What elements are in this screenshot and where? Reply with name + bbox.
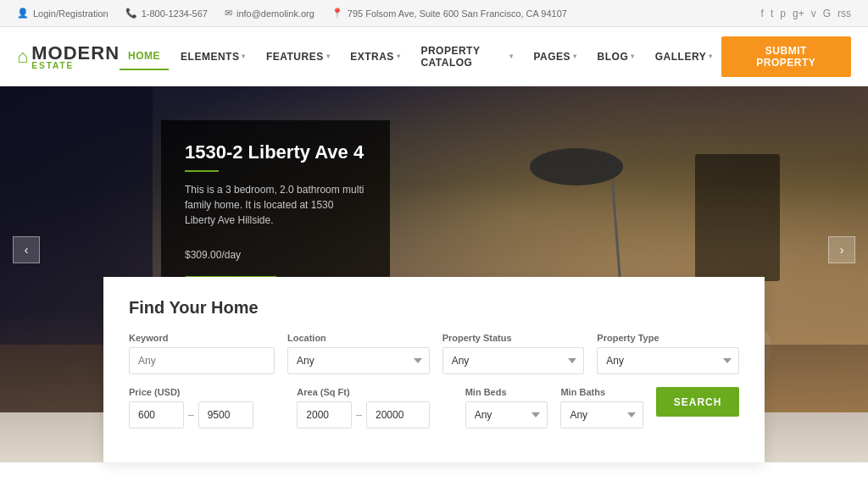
google-icon[interactable]: G	[823, 8, 831, 19]
location-field: Location Any New York Los Angeles San Fr…	[287, 333, 430, 374]
chevron-right-icon: ›	[840, 243, 844, 257]
price-field: Price (USD) –	[129, 387, 284, 428]
googleplus-icon[interactable]: g+	[793, 8, 804, 19]
baths-label: Min Baths	[560, 387, 643, 397]
chevron-down-icon: ▾	[631, 53, 635, 60]
price-unit: /day	[221, 249, 241, 261]
top-bar-left: 👤 Login/Registration 📞 1-800-1234-567 ✉ …	[17, 8, 567, 19]
location-select[interactable]: Any New York Los Angeles San Francisco C…	[287, 347, 430, 374]
area-dash: –	[356, 409, 362, 421]
beds-label: Min Beds	[465, 387, 548, 397]
chevron-down-icon: ▾	[709, 53, 713, 60]
status-field: Property Status Any For Sale For Rent	[442, 333, 585, 374]
price-dash: –	[188, 409, 194, 421]
email-item: ✉ info@demolink.org	[225, 8, 314, 19]
search-row-1: Keyword Location Any New York Los Angele…	[129, 333, 739, 374]
price-max-input[interactable]	[198, 401, 253, 428]
baths-field: Min Baths Any 1 2 3 4	[560, 387, 643, 428]
pinterest-icon[interactable]: p	[780, 8, 786, 19]
search-panel-title: Find Your Home	[129, 298, 739, 318]
keyword-field: Keyword	[129, 333, 275, 374]
location-label: Location	[287, 333, 430, 343]
email-icon: ✉	[225, 8, 232, 19]
phone-number: 1-800-1234-567	[142, 8, 208, 19]
baths-select[interactable]: Any 1 2 3 4	[560, 401, 643, 428]
hero-prev-button[interactable]: ‹	[13, 236, 40, 263]
area-max-input[interactable]	[366, 401, 430, 428]
facebook-icon[interactable]: f	[761, 8, 764, 19]
logo-house-icon: ⌂	[17, 46, 28, 68]
chevron-left-icon: ‹	[25, 243, 29, 257]
type-select[interactable]: Any Apartment House Villa Commercial	[597, 347, 739, 374]
address-text: 795 Folsom Ave, Suite 600 San Francisco,…	[348, 8, 567, 19]
header: ⌂ MODERN ESTATE HOME ELEMENTS ▾ FEATURES…	[0, 27, 868, 86]
nav-extras[interactable]: EXTRAS ▾	[342, 44, 409, 69]
status-label: Property Status	[442, 333, 585, 343]
hero-next-button[interactable]: ›	[828, 236, 855, 263]
property-divider	[185, 170, 219, 172]
login-item[interactable]: 👤 Login/Registration	[17, 8, 108, 19]
area-field: Area (Sq Ft) –	[297, 387, 452, 428]
phone-item: 📞 1-800-1234-567	[125, 8, 208, 19]
keyword-label: Keyword	[129, 333, 275, 343]
type-field: Property Type Any Apartment House Villa …	[597, 333, 739, 374]
chevron-down-icon: ▾	[242, 53, 246, 60]
price-min-input[interactable]	[129, 401, 184, 428]
chevron-down-icon: ▾	[509, 53, 514, 60]
social-icons: f t p g+ v G rss	[761, 8, 851, 19]
login-label[interactable]: Login/Registration	[33, 8, 108, 19]
search-row-2: Price (USD) – Area (Sq Ft) – Min Beds	[129, 387, 739, 428]
nav-features[interactable]: FEATURES ▾	[258, 44, 338, 69]
nav-pages[interactable]: PAGES ▾	[525, 44, 585, 69]
top-bar: 👤 Login/Registration 📞 1-800-1234-567 ✉ …	[0, 0, 868, 27]
email-address: info@demolink.org	[236, 8, 314, 19]
type-label: Property Type	[597, 333, 739, 343]
rss-icon[interactable]: rss	[837, 8, 851, 19]
search-button[interactable]: SEARCH	[656, 387, 739, 417]
beds-field: Min Beds Any 1 2 3 4 5+	[465, 387, 548, 428]
nav-gallery[interactable]: GALLERY ▾	[647, 44, 721, 69]
area-range: –	[297, 401, 452, 428]
phone-icon: 📞	[125, 8, 137, 19]
price-range: –	[129, 401, 284, 428]
search-button-field: SEARCH	[656, 387, 739, 428]
vimeo-icon[interactable]: v	[811, 8, 816, 19]
beds-select[interactable]: Any 1 2 3 4 5+	[465, 401, 548, 428]
chevron-down-icon: ▾	[397, 53, 401, 60]
chevron-down-icon: ▾	[573, 53, 577, 60]
nav-home[interactable]: HOME	[120, 43, 169, 70]
chevron-down-icon: ▾	[326, 53, 331, 60]
property-price: $309.00/day	[185, 243, 366, 263]
submit-property-button[interactable]: SUBMIT PROPERTY	[721, 36, 851, 77]
property-description: This is a 3 bedroom, 2.0 bathroom multi …	[185, 182, 366, 228]
status-select[interactable]: Any For Sale For Rent	[442, 347, 585, 374]
area-label: Area (Sq Ft)	[297, 387, 452, 397]
nav-elements[interactable]: ELEMENTS ▾	[172, 44, 254, 69]
property-title: 1530-2 Liberty Ave 4	[185, 141, 366, 163]
main-nav: HOME ELEMENTS ▾ FEATURES ▾ EXTRAS ▾ PROP…	[120, 38, 721, 75]
twitter-icon[interactable]: t	[771, 8, 773, 19]
keyword-input[interactable]	[129, 347, 275, 374]
nav-property-catalog[interactable]: PROPERTY CATALOG ▾	[412, 38, 521, 75]
area-min-input[interactable]	[297, 401, 352, 428]
logo[interactable]: ⌂ MODERN ESTATE	[17, 42, 120, 70]
nav-blog[interactable]: BLOG ▾	[589, 44, 643, 69]
price-label: Price (USD)	[129, 387, 284, 397]
location-icon: 📍	[331, 8, 343, 19]
address-item: 📍 795 Folsom Ave, Suite 600 San Francisc…	[331, 8, 567, 19]
user-icon: 👤	[17, 8, 29, 19]
search-panel: Find Your Home Keyword Location Any New …	[103, 277, 765, 462]
